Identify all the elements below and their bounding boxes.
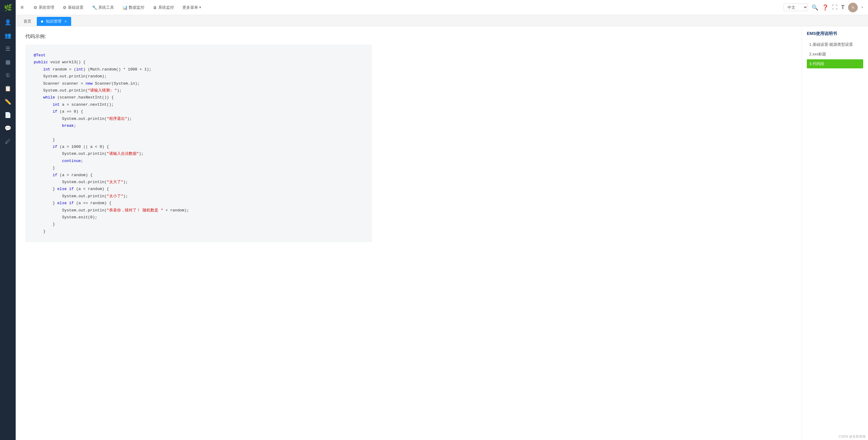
code-line-18: if (a > random) {: [34, 172, 364, 178]
code-line-19: System.out.println("太大了");: [34, 178, 364, 185]
page-title: 代码示例:: [25, 33, 792, 40]
sidebar-icon-filelist[interactable]: 📋: [0, 82, 16, 95]
code-line-15: System.out.println("请输入合法数据");: [34, 150, 364, 157]
gear-icon-1: ⚙: [33, 5, 37, 10]
code-line-5: Scanner scanner = new Scanner(System.in)…: [34, 80, 364, 87]
main-content: 代码示例: @Test public void work13() { int r…: [16, 26, 802, 440]
code-line-9: if (a == 0) {: [34, 108, 364, 115]
nav-item-data-monitor[interactable]: 📊 数据监控: [119, 3, 148, 12]
wrench-icon: 🔧: [92, 5, 97, 10]
logo: 🌿: [0, 0, 16, 16]
toc-item-3[interactable]: 3.代码段: [807, 59, 863, 68]
chevron-down-icon: ▾: [199, 5, 201, 9]
sidebar-icon-chat[interactable]: 💬: [0, 122, 16, 135]
code-line-16: continue;: [34, 158, 364, 164]
right-panel-title: EMS使用说明书: [807, 31, 863, 36]
code-line-20: } else if (a < random) {: [34, 185, 364, 193]
sidebar-icon-list[interactable]: ☰: [0, 42, 16, 56]
code-line-21: System.out.println("太小了");: [34, 193, 364, 200]
sidebar-icon-document[interactable]: 📄: [0, 108, 16, 122]
code-line-7: while (scanner.hasNextInt()) {: [34, 94, 364, 101]
tab-home[interactable]: 首页: [19, 17, 36, 26]
code-line-17: }: [34, 164, 364, 171]
sidebar-icon-badge[interactable]: ①: [0, 69, 16, 82]
menu-toggle-icon[interactable]: ≡: [21, 4, 24, 10]
sidebar: 🌿 👤 👥 ☰ ▦ ① 📋 ✏️ 📄 💬 🖊: [0, 0, 16, 440]
code-line-25: }: [34, 221, 364, 228]
tab-close-icon[interactable]: ✕: [64, 20, 67, 23]
avatar[interactable]: 头: [848, 3, 858, 12]
nav-item-basic-settings[interactable]: ⚙ 基础设置: [59, 3, 87, 12]
code-line-22: } else if (a == random) {: [34, 200, 364, 207]
gear-icon-2: ⚙: [63, 5, 67, 10]
fullscreen-icon[interactable]: ⛶: [832, 4, 838, 10]
tab-bar: 首页 知识管理 ✕: [16, 15, 868, 26]
tab-knowledge-management[interactable]: 知识管理 ✕: [37, 17, 71, 26]
code-line-3: int random = (int) (Math.random() * 1000…: [34, 66, 364, 73]
right-panel: EMS使用说明书 1.基础设置-能源类型设置 2.xxx标题 3.代码段: [802, 26, 868, 440]
sidebar-icon-users[interactable]: 👥: [0, 29, 16, 42]
code-block: @Test public void work13() { int random …: [25, 44, 372, 242]
topnav: ≡ ⚙ 系统管理 ⚙ 基础设置 🔧 系统工具 📊 数据监控 🖥 系统监控: [16, 0, 868, 15]
monitor-icon: 🖥: [153, 5, 157, 10]
content-area: 代码示例: @Test public void work13() { int r…: [16, 26, 868, 440]
sidebar-icon-stamp[interactable]: 🖊: [0, 135, 16, 148]
search-icon[interactable]: 🔍: [812, 4, 818, 11]
code-line-blank1: [34, 129, 364, 136]
nav-items: ⚙ 系统管理 ⚙ 基础设置 🔧 系统工具 📊 数据监控 🖥 系统监控 更多菜单: [30, 3, 783, 12]
code-line-26: }: [34, 228, 364, 235]
help-icon[interactable]: ❓: [822, 4, 829, 11]
code-line-10: System.out.println("程序退出");: [34, 115, 364, 122]
nav-item-system-monitor[interactable]: 🖥 系统监控: [149, 3, 178, 12]
code-line-13: }: [34, 136, 364, 143]
nav-item-system-management[interactable]: ⚙ 系统管理: [30, 3, 58, 12]
footer-watermark: CSDN @丢鱼智渔: [839, 434, 866, 439]
sidebar-icon-user[interactable]: 👤: [0, 16, 16, 29]
code-line-2: public void work13() {: [34, 59, 364, 66]
code-line-24: System.exit(0);: [34, 214, 364, 221]
code-line-1: @Test: [34, 52, 364, 59]
code-line-14: if (a > 1000 || a < 0) {: [34, 143, 364, 150]
nav-item-more-menu[interactable]: 更多菜单 ▾: [179, 3, 205, 12]
font-icon[interactable]: T: [841, 4, 844, 10]
chart-icon: 📊: [122, 5, 127, 10]
topnav-right: 中文 English 🔍 ❓ ⛶ T 头 ▾: [783, 3, 863, 12]
sidebar-icon-edit[interactable]: ✏️: [0, 95, 16, 108]
code-line-4: System.out.println(random);: [34, 73, 364, 80]
code-line-11: break;: [34, 122, 364, 129]
tab-dot-icon: [41, 21, 43, 23]
main-area: ≡ ⚙ 系统管理 ⚙ 基础设置 🔧 系统工具 📊 数据监控 🖥 系统监控: [16, 0, 868, 440]
toc-item-2[interactable]: 2.xxx标题: [807, 50, 863, 59]
language-selector[interactable]: 中文 English: [783, 4, 808, 11]
toc-item-1[interactable]: 1.基础设置-能源类型设置: [807, 40, 863, 49]
avatar-caret: ▾: [861, 5, 863, 9]
sidebar-icon-dashboard[interactable]: ▦: [0, 56, 16, 69]
code-line-8: int a = scanner.nextInt();: [34, 101, 364, 108]
code-line-23: System.out.println("恭喜你，猜对了！ 随机数是 " + ra…: [34, 207, 364, 214]
nav-item-system-tools[interactable]: 🔧 系统工具: [88, 3, 118, 12]
code-line-6: System.out.println("请输入猜测: ");: [34, 87, 364, 94]
